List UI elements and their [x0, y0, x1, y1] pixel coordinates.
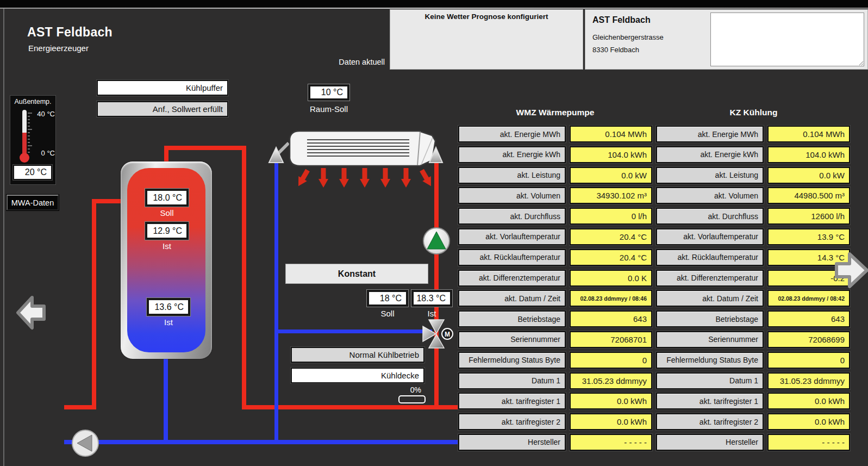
table-row: Datum 131.05.23 ddmmyy — [458, 372, 652, 389]
table-row: Hersteller- - - - - — [656, 434, 850, 451]
circuit-soll-label: Soll — [367, 309, 408, 318]
pump-icon — [422, 227, 451, 255]
row-value: 0.0 kWh — [767, 393, 850, 409]
site-name: AST Feldbach — [592, 15, 651, 25]
tank-ist-top-label: Ist — [145, 241, 189, 251]
wmz-table: akt. Energie MWh0.104 MWhakt. Energie kW… — [458, 126, 652, 451]
table-row: akt. Durchfluss0 l/h — [458, 208, 652, 225]
row-value: 72068701 — [570, 331, 652, 348]
table-row: akt. Datum / Zeit02.08.23 ddmmyy / 08:46 — [458, 290, 652, 307]
row-label: akt. tarifregister 1 — [458, 393, 566, 409]
row-label: akt. Volumen — [656, 187, 764, 204]
cold-air-arrows — [294, 167, 435, 188]
weather-panel: Keine Wetter Prognose konfiguriert — [390, 9, 583, 70]
table-row: akt. Datum / Zeit02.08.23 ddmmyy / 08:42 — [656, 290, 850, 307]
row-label: Datum 1 — [656, 372, 764, 389]
row-value: 0 — [767, 352, 850, 369]
circuit-ist-value: 18.3 °C — [411, 290, 452, 307]
row-value: 0.0 kWh — [570, 413, 652, 430]
table-row: Seriennummer72068701 — [458, 331, 652, 348]
table-row: Betriebstage643 — [656, 310, 850, 327]
outdoor-temp-widget: Außentemp. 40 °C 0 °C 20 °C — [10, 95, 56, 185]
valve-motor-label: M — [445, 331, 450, 338]
table-row: akt. Vorlauftemperatur13.9 °C — [656, 228, 850, 245]
row-value: 02.08.23 ddmmyy / 08:46 — [570, 290, 652, 307]
site-panel: AST Feldbach Gleichenbergerstrasse 8330 … — [585, 9, 868, 70]
tank-ist-bottom-value: 13.6 °C — [147, 298, 190, 316]
room-setpoint-box[interactable]: 10 °C — [308, 84, 349, 101]
table-row: akt. Leistung0.0 kW — [458, 167, 652, 184]
buffer-status-box: Anf., Sollwert erfüllt — [97, 101, 228, 117]
table-row: akt. tarifregister 10.0 kWh — [458, 393, 652, 409]
row-label: akt. Differenztemperatur — [458, 270, 566, 287]
pipe-hot — [92, 199, 123, 203]
page-title: AST Feldbach — [27, 25, 113, 40]
row-value: 0.0 kW — [570, 167, 652, 184]
buffer-name-box: Kühlpuffer — [97, 80, 228, 96]
row-label: akt. Energie kWh — [458, 146, 566, 163]
row-value: 20.4 °C — [570, 249, 652, 266]
row-value: 643 — [570, 310, 652, 327]
row-value: 31.05.23 ddmmyy — [570, 372, 652, 389]
row-value: 12600 l/h — [767, 208, 850, 225]
table-row: akt. Volumen34930.102 m³ — [458, 187, 652, 204]
table-row: Fehlermeldung Status Byte0 — [458, 352, 652, 369]
circuit-soll-value[interactable]: 18 °C — [367, 290, 408, 307]
row-value: 0.0 K — [570, 270, 652, 287]
table-row: Betriebstage643 — [458, 310, 652, 327]
table-row: akt. Volumen44980.500 m³ — [656, 187, 850, 204]
row-value: - - - - - — [570, 434, 652, 451]
row-value: 20.4 °C — [570, 228, 652, 245]
nav-forward-button[interactable] — [834, 247, 868, 293]
row-value: 0 — [570, 352, 652, 369]
table-row: akt. Durchfluss12600 l/h — [656, 208, 850, 225]
row-label: akt. Durchfluss — [656, 208, 764, 225]
row-label: Fehlermeldung Status Byte — [656, 352, 764, 369]
table-row: akt. Rücklauftemperatur14.3 °C — [656, 249, 850, 266]
pipe-hot — [164, 146, 246, 150]
table-row: akt. Energie kWh104.0 kWh — [458, 146, 652, 163]
operating-mode-box: Normal Kühlbetrieb — [291, 347, 424, 363]
table-row: akt. Rücklauftemperatur20.4 °C — [458, 249, 652, 266]
row-label: akt. Datum / Zeit — [656, 290, 764, 307]
return-pump-icon — [71, 429, 99, 457]
table-row: akt. Energie kWh104.0 kWh — [656, 146, 850, 163]
pipe-cold — [164, 355, 168, 444]
row-value: 13.9 °C — [767, 228, 850, 245]
row-value: 31.05.23 ddmmyy — [767, 372, 850, 389]
outdoor-temp-value: 20 °C — [13, 165, 52, 180]
row-label: Datum 1 — [458, 372, 566, 389]
nav-back-button[interactable] — [14, 292, 47, 333]
tank-soll-value[interactable]: 18.0 °C — [145, 189, 189, 207]
mode-box: Konstant — [285, 264, 428, 284]
mwa-daten-button[interactable]: MWA-Daten — [7, 195, 59, 210]
row-label: akt. Vorlauftemperatur — [656, 228, 764, 245]
table-row: akt. tarifregister 10.0 kWh — [656, 393, 850, 409]
row-label: akt. Energie MWh — [656, 126, 764, 142]
data-status-label: Daten aktuell — [321, 58, 385, 66]
table-row: akt. tarifregister 20.0 kWh — [458, 413, 652, 430]
row-label: akt. Rücklauftemperatur — [656, 249, 764, 266]
row-value: 0.104 MWh — [570, 126, 652, 142]
row-value: 0 l/h — [570, 208, 652, 225]
row-label: akt. tarifregister 2 — [656, 413, 764, 430]
row-label: Seriennummer — [458, 331, 566, 348]
row-label: Betriebstage — [458, 310, 566, 327]
row-label: akt. Differenztemperatur — [656, 270, 764, 287]
row-value: 104.0 kWh — [570, 146, 652, 163]
row-value: 0.0 kW — [767, 167, 850, 184]
table-row: Datum 131.05.23 ddmmyy — [656, 372, 850, 389]
row-label: akt. Datum / Zeit — [458, 290, 566, 307]
table-row: akt. tarifregister 20.0 kWh — [656, 413, 850, 430]
arrow-right-icon — [836, 254, 867, 287]
row-label: akt. Energie kWh — [656, 146, 764, 163]
table-row: akt. Vorlauftemperatur20.4 °C — [458, 228, 652, 245]
row-value: - - - - - — [767, 434, 850, 451]
cooling-ceiling-icon — [264, 127, 446, 200]
pipe-cold — [274, 330, 432, 333]
scada-page: { "colors": { "pipe_hot": "#ee2a1c", "pi… — [0, 0, 868, 466]
pipe-cold — [274, 161, 278, 444]
pipe-hot — [242, 146, 246, 409]
site-note-textarea[interactable] — [710, 13, 864, 66]
pipe-hot — [64, 405, 96, 409]
